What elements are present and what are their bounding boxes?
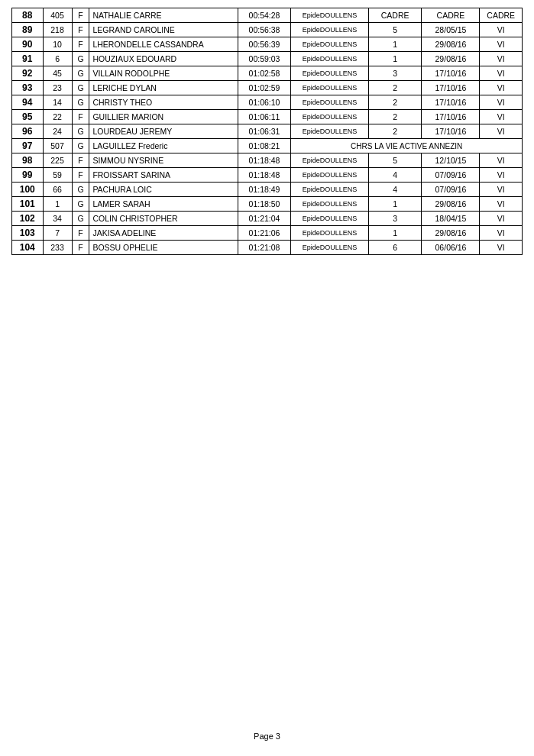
club-cell: EpideDOULLENS xyxy=(291,52,368,66)
sex-cell: F xyxy=(72,110,89,124)
sex-cell: F xyxy=(72,168,89,183)
col7-cell: 17/10/16 xyxy=(422,66,480,81)
bib-cell: 10 xyxy=(43,37,72,52)
col6-cell: 4 xyxy=(368,168,422,183)
bib-cell: 22 xyxy=(43,110,72,124)
club-cell: EpideDOULLENS xyxy=(291,95,368,110)
name-cell: PACHURA LOIC xyxy=(89,183,238,197)
club-cell: EpideDOULLENS xyxy=(291,110,368,124)
club-cell: EpideDOULLENS xyxy=(291,8,368,23)
table-row: 9624GLOURDEAU JEREMY01:06:31EpideDOULLEN… xyxy=(12,124,523,139)
rank-cell: 96 xyxy=(12,124,44,139)
col6-cell: 1 xyxy=(368,52,422,66)
col6-cell: 2 xyxy=(368,124,422,139)
col8-cell: CADRE xyxy=(480,8,523,23)
col8-cell: VI xyxy=(480,81,523,95)
rank-cell: 90 xyxy=(12,37,44,52)
table-row: 97507GLAGUILLEZ Frederic01:08:21CHRS LA … xyxy=(12,139,523,153)
table-row: 9010FLHERONDELLE CASSANDRA00:56:39EpideD… xyxy=(12,37,523,52)
rank-cell: 101 xyxy=(12,197,44,212)
sex-cell: F xyxy=(72,153,89,168)
time-cell: 01:06:31 xyxy=(238,124,291,139)
col7-cell: 17/10/16 xyxy=(422,95,480,110)
col8-cell: VI xyxy=(480,23,523,37)
time-cell: 01:18:50 xyxy=(238,197,291,212)
name-cell: LERICHE DYLAN xyxy=(89,81,238,95)
bib-cell: 34 xyxy=(43,212,72,226)
col6-cell: 1 xyxy=(368,226,422,241)
rank-cell: 93 xyxy=(12,81,44,95)
col6-cell: 3 xyxy=(368,66,422,81)
bib-cell: 7 xyxy=(43,226,72,241)
name-cell: COLIN CHRISTOPHER xyxy=(89,212,238,226)
table-row: 104233FBOSSU OPHELIE01:21:08EpideDOULLEN… xyxy=(12,241,523,255)
table-row: 89218FLEGRAND CAROLINE00:56:38EpideDOULL… xyxy=(12,23,523,37)
col6-cell: 1 xyxy=(368,37,422,52)
bib-cell: 507 xyxy=(43,139,72,153)
name-cell: VILLAIN RODOLPHE xyxy=(89,66,238,81)
name-cell: LHERONDELLE CASSANDRA xyxy=(89,37,238,52)
club-cell: EpideDOULLENS xyxy=(291,124,368,139)
col7-cell: 06/06/16 xyxy=(422,241,480,255)
sex-cell: G xyxy=(72,52,89,66)
col8-cell: VI xyxy=(480,168,523,183)
table-row: 9959FFROISSART SARINA01:18:48EpideDOULLE… xyxy=(12,168,523,183)
col6-cell: 2 xyxy=(368,110,422,124)
time-cell: 00:54:28 xyxy=(238,8,291,23)
col6-cell: 5 xyxy=(368,153,422,168)
rank-cell: 104 xyxy=(12,241,44,255)
club-cell: EpideDOULLENS xyxy=(291,241,368,255)
name-cell: LOURDEAU JEREMY xyxy=(89,124,238,139)
rank-cell: 99 xyxy=(12,168,44,183)
bib-cell: 233 xyxy=(43,241,72,255)
col8-cell: VI xyxy=(480,226,523,241)
sex-cell: G xyxy=(72,139,89,153)
name-cell: NATHALIE CARRE xyxy=(89,8,238,23)
club-cell: EpideDOULLENS xyxy=(291,212,368,226)
col8-cell: VI xyxy=(480,241,523,255)
col7-cell: 17/10/16 xyxy=(422,81,480,95)
table-row: 98225FSIMMOU NYSRINE01:18:48EpideDOULLEN… xyxy=(12,153,523,168)
rank-cell: 103 xyxy=(12,226,44,241)
col7-cell: 29/08/16 xyxy=(422,52,480,66)
table-row: 9414GCHRISTY THEO01:06:10EpideDOULLENS21… xyxy=(12,95,523,110)
club-cell: EpideDOULLENS xyxy=(291,153,368,168)
time-cell: 01:21:04 xyxy=(238,212,291,226)
col7-cell: 12/10/15 xyxy=(422,153,480,168)
time-cell: 01:06:10 xyxy=(238,95,291,110)
time-cell: 01:18:49 xyxy=(238,183,291,197)
col7-cell: 18/04/15 xyxy=(422,212,480,226)
col8-cell: VI xyxy=(480,110,523,124)
name-cell: SIMMOU NYSRINE xyxy=(89,153,238,168)
rank-cell: 94 xyxy=(12,95,44,110)
bib-cell: 59 xyxy=(43,168,72,183)
col8-cell: VI xyxy=(480,95,523,110)
rank-cell: 91 xyxy=(12,52,44,66)
sex-cell: G xyxy=(72,95,89,110)
time-cell: 01:08:21 xyxy=(238,139,291,153)
col8-cell: VI xyxy=(480,52,523,66)
col8-cell: VI xyxy=(480,183,523,197)
table-row: 88405FNATHALIE CARRE00:54:28EpideDOULLEN… xyxy=(12,8,523,23)
name-cell: GUILLIER MARION xyxy=(89,110,238,124)
results-table: 88405FNATHALIE CARRE00:54:28EpideDOULLEN… xyxy=(11,8,523,255)
club-cell: EpideDOULLENS xyxy=(291,66,368,81)
col8-cell: VI xyxy=(480,212,523,226)
time-cell: 01:21:08 xyxy=(238,241,291,255)
sex-cell: G xyxy=(72,197,89,212)
bib-cell: 24 xyxy=(43,124,72,139)
rank-cell: 100 xyxy=(12,183,44,197)
rank-cell: 92 xyxy=(12,66,44,81)
col7-cell: 07/09/16 xyxy=(422,168,480,183)
col7-cell: 29/08/16 xyxy=(422,226,480,241)
sex-cell: F xyxy=(72,226,89,241)
time-cell: 01:18:48 xyxy=(238,153,291,168)
name-cell: LAGUILLEZ Frederic xyxy=(89,139,238,153)
col6-cell: 2 xyxy=(368,95,422,110)
table-row: 9522FGUILLIER MARION01:06:11EpideDOULLEN… xyxy=(12,110,523,124)
bib-cell: 1 xyxy=(43,197,72,212)
rank-cell: 89 xyxy=(12,23,44,37)
sex-cell: G xyxy=(72,212,89,226)
name-cell: LAMER SARAH xyxy=(89,197,238,212)
sex-cell: F xyxy=(72,8,89,23)
